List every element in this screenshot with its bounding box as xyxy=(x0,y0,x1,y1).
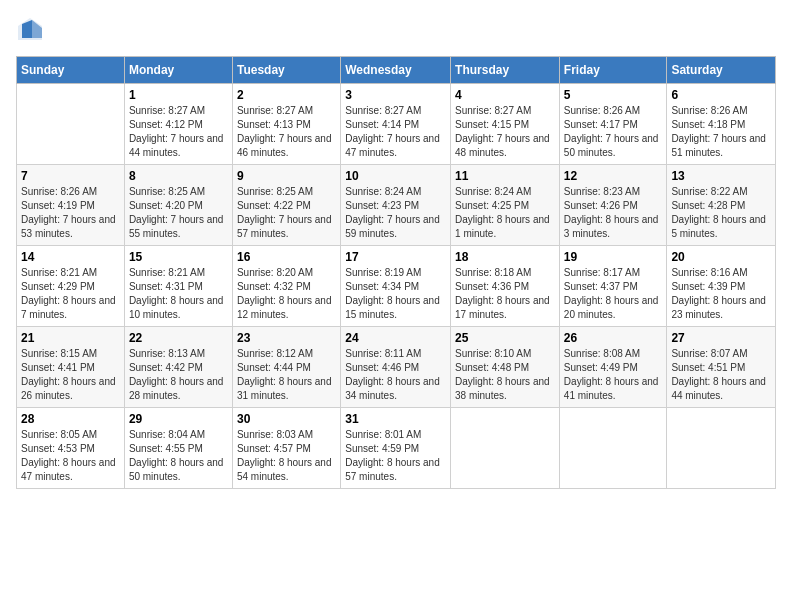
logo-icon xyxy=(16,16,44,44)
day-header-thursday: Thursday xyxy=(451,57,560,84)
day-number: 11 xyxy=(455,169,555,183)
day-number: 25 xyxy=(455,331,555,345)
calendar-cell: 27Sunrise: 8:07 AMSunset: 4:51 PMDayligh… xyxy=(667,327,776,408)
calendar-cell: 20Sunrise: 8:16 AMSunset: 4:39 PMDayligh… xyxy=(667,246,776,327)
day-info: Sunrise: 8:03 AMSunset: 4:57 PMDaylight:… xyxy=(237,428,336,484)
calendar-week-3: 14Sunrise: 8:21 AMSunset: 4:29 PMDayligh… xyxy=(17,246,776,327)
day-number: 2 xyxy=(237,88,336,102)
calendar-cell: 13Sunrise: 8:22 AMSunset: 4:28 PMDayligh… xyxy=(667,165,776,246)
day-info: Sunrise: 8:04 AMSunset: 4:55 PMDaylight:… xyxy=(129,428,228,484)
calendar-cell: 18Sunrise: 8:18 AMSunset: 4:36 PMDayligh… xyxy=(451,246,560,327)
day-info: Sunrise: 8:22 AMSunset: 4:28 PMDaylight:… xyxy=(671,185,771,241)
logo xyxy=(16,16,48,44)
calendar-cell: 6Sunrise: 8:26 AMSunset: 4:18 PMDaylight… xyxy=(667,84,776,165)
day-info: Sunrise: 8:20 AMSunset: 4:32 PMDaylight:… xyxy=(237,266,336,322)
day-number: 21 xyxy=(21,331,120,345)
day-number: 20 xyxy=(671,250,771,264)
day-info: Sunrise: 8:12 AMSunset: 4:44 PMDaylight:… xyxy=(237,347,336,403)
day-number: 3 xyxy=(345,88,446,102)
day-number: 10 xyxy=(345,169,446,183)
calendar-cell: 28Sunrise: 8:05 AMSunset: 4:53 PMDayligh… xyxy=(17,408,125,489)
calendar-cell: 29Sunrise: 8:04 AMSunset: 4:55 PMDayligh… xyxy=(124,408,232,489)
day-info: Sunrise: 8:26 AMSunset: 4:19 PMDaylight:… xyxy=(21,185,120,241)
day-number: 4 xyxy=(455,88,555,102)
calendar-cell xyxy=(667,408,776,489)
day-number: 29 xyxy=(129,412,228,426)
day-number: 30 xyxy=(237,412,336,426)
day-info: Sunrise: 8:27 AMSunset: 4:15 PMDaylight:… xyxy=(455,104,555,160)
day-info: Sunrise: 8:27 AMSunset: 4:14 PMDaylight:… xyxy=(345,104,446,160)
day-number: 24 xyxy=(345,331,446,345)
calendar-cell: 19Sunrise: 8:17 AMSunset: 4:37 PMDayligh… xyxy=(559,246,667,327)
calendar-cell: 9Sunrise: 8:25 AMSunset: 4:22 PMDaylight… xyxy=(232,165,340,246)
day-info: Sunrise: 8:18 AMSunset: 4:36 PMDaylight:… xyxy=(455,266,555,322)
calendar-week-4: 21Sunrise: 8:15 AMSunset: 4:41 PMDayligh… xyxy=(17,327,776,408)
calendar-cell xyxy=(17,84,125,165)
day-info: Sunrise: 8:13 AMSunset: 4:42 PMDaylight:… xyxy=(129,347,228,403)
calendar-header-row: SundayMondayTuesdayWednesdayThursdayFrid… xyxy=(17,57,776,84)
day-number: 8 xyxy=(129,169,228,183)
day-number: 17 xyxy=(345,250,446,264)
calendar-cell: 26Sunrise: 8:08 AMSunset: 4:49 PMDayligh… xyxy=(559,327,667,408)
calendar-cell: 31Sunrise: 8:01 AMSunset: 4:59 PMDayligh… xyxy=(341,408,451,489)
day-info: Sunrise: 8:24 AMSunset: 4:25 PMDaylight:… xyxy=(455,185,555,241)
calendar-week-5: 28Sunrise: 8:05 AMSunset: 4:53 PMDayligh… xyxy=(17,408,776,489)
day-info: Sunrise: 8:17 AMSunset: 4:37 PMDaylight:… xyxy=(564,266,663,322)
day-info: Sunrise: 8:11 AMSunset: 4:46 PMDaylight:… xyxy=(345,347,446,403)
day-info: Sunrise: 8:16 AMSunset: 4:39 PMDaylight:… xyxy=(671,266,771,322)
day-info: Sunrise: 8:23 AMSunset: 4:26 PMDaylight:… xyxy=(564,185,663,241)
day-number: 23 xyxy=(237,331,336,345)
day-info: Sunrise: 8:26 AMSunset: 4:18 PMDaylight:… xyxy=(671,104,771,160)
day-info: Sunrise: 8:26 AMSunset: 4:17 PMDaylight:… xyxy=(564,104,663,160)
day-number: 28 xyxy=(21,412,120,426)
calendar-cell: 24Sunrise: 8:11 AMSunset: 4:46 PMDayligh… xyxy=(341,327,451,408)
day-number: 15 xyxy=(129,250,228,264)
day-number: 9 xyxy=(237,169,336,183)
calendar-cell: 21Sunrise: 8:15 AMSunset: 4:41 PMDayligh… xyxy=(17,327,125,408)
day-info: Sunrise: 8:25 AMSunset: 4:22 PMDaylight:… xyxy=(237,185,336,241)
day-info: Sunrise: 8:25 AMSunset: 4:20 PMDaylight:… xyxy=(129,185,228,241)
day-info: Sunrise: 8:27 AMSunset: 4:13 PMDaylight:… xyxy=(237,104,336,160)
day-number: 5 xyxy=(564,88,663,102)
calendar-cell: 15Sunrise: 8:21 AMSunset: 4:31 PMDayligh… xyxy=(124,246,232,327)
day-header-friday: Friday xyxy=(559,57,667,84)
day-info: Sunrise: 8:21 AMSunset: 4:31 PMDaylight:… xyxy=(129,266,228,322)
calendar-cell: 4Sunrise: 8:27 AMSunset: 4:15 PMDaylight… xyxy=(451,84,560,165)
day-info: Sunrise: 8:08 AMSunset: 4:49 PMDaylight:… xyxy=(564,347,663,403)
day-info: Sunrise: 8:01 AMSunset: 4:59 PMDaylight:… xyxy=(345,428,446,484)
day-info: Sunrise: 8:19 AMSunset: 4:34 PMDaylight:… xyxy=(345,266,446,322)
day-number: 6 xyxy=(671,88,771,102)
calendar-week-2: 7Sunrise: 8:26 AMSunset: 4:19 PMDaylight… xyxy=(17,165,776,246)
day-info: Sunrise: 8:27 AMSunset: 4:12 PMDaylight:… xyxy=(129,104,228,160)
calendar-cell: 22Sunrise: 8:13 AMSunset: 4:42 PMDayligh… xyxy=(124,327,232,408)
calendar-body: 1Sunrise: 8:27 AMSunset: 4:12 PMDaylight… xyxy=(17,84,776,489)
header xyxy=(16,16,776,44)
day-info: Sunrise: 8:10 AMSunset: 4:48 PMDaylight:… xyxy=(455,347,555,403)
day-number: 27 xyxy=(671,331,771,345)
day-header-monday: Monday xyxy=(124,57,232,84)
calendar-cell: 25Sunrise: 8:10 AMSunset: 4:48 PMDayligh… xyxy=(451,327,560,408)
day-number: 31 xyxy=(345,412,446,426)
day-number: 26 xyxy=(564,331,663,345)
calendar-cell: 23Sunrise: 8:12 AMSunset: 4:44 PMDayligh… xyxy=(232,327,340,408)
day-number: 19 xyxy=(564,250,663,264)
day-info: Sunrise: 8:07 AMSunset: 4:51 PMDaylight:… xyxy=(671,347,771,403)
day-header-wednesday: Wednesday xyxy=(341,57,451,84)
day-number: 22 xyxy=(129,331,228,345)
day-info: Sunrise: 8:24 AMSunset: 4:23 PMDaylight:… xyxy=(345,185,446,241)
calendar-cell: 7Sunrise: 8:26 AMSunset: 4:19 PMDaylight… xyxy=(17,165,125,246)
calendar-cell: 16Sunrise: 8:20 AMSunset: 4:32 PMDayligh… xyxy=(232,246,340,327)
calendar-cell: 11Sunrise: 8:24 AMSunset: 4:25 PMDayligh… xyxy=(451,165,560,246)
calendar-cell: 12Sunrise: 8:23 AMSunset: 4:26 PMDayligh… xyxy=(559,165,667,246)
day-info: Sunrise: 8:21 AMSunset: 4:29 PMDaylight:… xyxy=(21,266,120,322)
day-number: 13 xyxy=(671,169,771,183)
calendar-cell: 5Sunrise: 8:26 AMSunset: 4:17 PMDaylight… xyxy=(559,84,667,165)
day-info: Sunrise: 8:05 AMSunset: 4:53 PMDaylight:… xyxy=(21,428,120,484)
calendar-week-1: 1Sunrise: 8:27 AMSunset: 4:12 PMDaylight… xyxy=(17,84,776,165)
calendar-cell: 10Sunrise: 8:24 AMSunset: 4:23 PMDayligh… xyxy=(341,165,451,246)
calendar-cell: 1Sunrise: 8:27 AMSunset: 4:12 PMDaylight… xyxy=(124,84,232,165)
calendar-cell: 14Sunrise: 8:21 AMSunset: 4:29 PMDayligh… xyxy=(17,246,125,327)
calendar-cell xyxy=(559,408,667,489)
calendar-cell xyxy=(451,408,560,489)
calendar-table: SundayMondayTuesdayWednesdayThursdayFrid… xyxy=(16,56,776,489)
